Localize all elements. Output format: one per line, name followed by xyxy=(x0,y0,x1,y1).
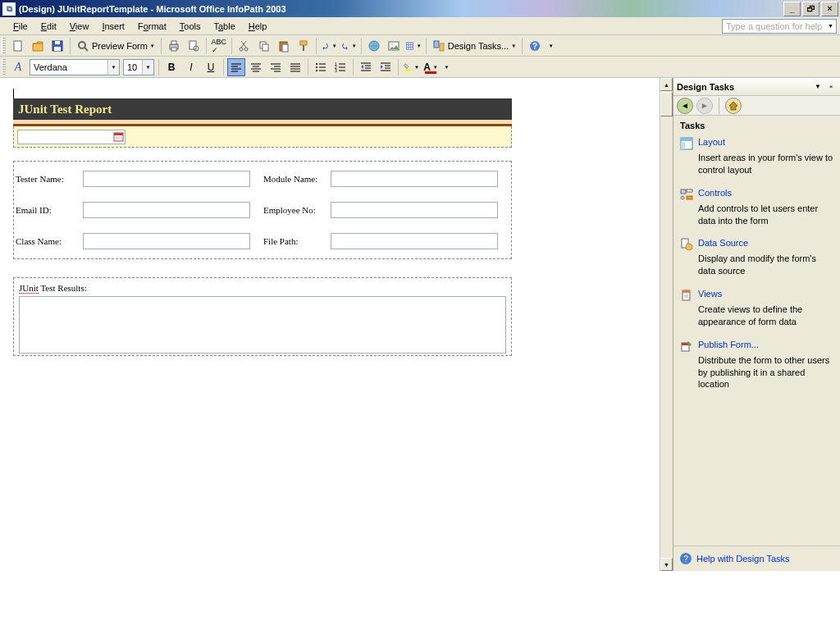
scroll-thumb[interactable] xyxy=(660,92,673,116)
toolbar-options-button[interactable]: ▼ xyxy=(441,58,450,76)
task-views-link[interactable]: Views xyxy=(698,289,722,302)
results-section[interactable]: JUnit Test Results: xyxy=(13,277,512,356)
date-picker-field[interactable] xyxy=(17,130,126,144)
insert-picture-button[interactable] xyxy=(385,37,403,55)
task-pane-menu-icon[interactable]: ▼ xyxy=(812,81,824,93)
standard-toolbar: Preview Form▼ ABC✓ ▼ ▼ ▼ Design Tasks...… xyxy=(0,35,840,57)
app-icon: ⧉ xyxy=(2,2,16,16)
class-name-field[interactable] xyxy=(83,233,250,249)
increase-indent-button[interactable] xyxy=(377,58,395,76)
nav-forward-button[interactable]: ► xyxy=(696,98,713,114)
scroll-down-icon[interactable]: ▼ xyxy=(660,558,673,571)
svg-rect-9 xyxy=(189,41,196,49)
form-design-canvas[interactable]: JUnit Test Report Tester Name: Module Na… xyxy=(0,78,660,571)
help-question-box[interactable]: Type a question for help ▼ xyxy=(722,19,837,34)
minimize-button[interactable]: _ xyxy=(783,2,801,16)
menu-tools[interactable]: Tools xyxy=(173,19,208,34)
tasks-section-heading: Tasks xyxy=(680,121,833,130)
module-name-label: Module Name: xyxy=(263,174,331,184)
formatting-toolbar: A Verdana▼ 10▼ B I U 123 ▼ A▼ ▼ xyxy=(0,57,840,78)
redo-button[interactable]: ▼ xyxy=(340,37,358,55)
tester-name-field[interactable] xyxy=(83,171,250,187)
toolbar-options-button[interactable]: ▼ xyxy=(546,37,554,55)
task-datasource-link[interactable]: Data Source xyxy=(698,238,748,251)
preview-form-button[interactable]: Preview Form▼ xyxy=(73,37,158,55)
svg-point-51 xyxy=(316,70,317,71)
font-color-button[interactable]: A▼ xyxy=(422,58,440,76)
insert-hyperlink-button[interactable] xyxy=(365,37,383,55)
copy-button[interactable] xyxy=(255,37,273,55)
tester-name-label: Tester Name: xyxy=(16,174,83,184)
menu-edit[interactable]: Edit xyxy=(34,19,63,34)
toolbar-grip[interactable] xyxy=(2,59,6,75)
save-button[interactable] xyxy=(48,37,66,55)
results-label: JUnit Test Results: xyxy=(19,283,506,293)
highlight-button[interactable]: ▼ xyxy=(402,58,420,76)
print-preview-button[interactable] xyxy=(185,37,203,55)
task-pane-title: Design Tasks xyxy=(677,82,810,92)
layout-icon xyxy=(680,137,693,150)
nav-home-button[interactable] xyxy=(725,98,742,114)
email-id-field[interactable] xyxy=(83,202,250,218)
bold-button[interactable]: B xyxy=(162,58,180,76)
align-justify-button[interactable] xyxy=(286,58,304,76)
task-controls-link[interactable]: Controls xyxy=(698,188,732,201)
menu-insert[interactable]: Insert xyxy=(95,19,131,34)
toolbar-grip[interactable] xyxy=(2,38,6,54)
cut-button[interactable] xyxy=(235,37,253,55)
field-grid[interactable]: Tester Name: Module Name: Email ID: Empl… xyxy=(13,161,512,259)
form-title-bar[interactable]: JUnit Test Report xyxy=(13,98,512,120)
align-right-button[interactable] xyxy=(267,58,285,76)
new-button[interactable] xyxy=(9,37,27,55)
menu-help[interactable]: Help xyxy=(242,19,274,34)
menu-file[interactable]: File xyxy=(7,19,34,34)
employee-no-field[interactable] xyxy=(331,202,498,218)
controls-icon xyxy=(680,188,693,201)
form-title: JUnit Test Report xyxy=(18,103,112,116)
menu-table[interactable]: Table xyxy=(207,19,241,34)
svg-point-11 xyxy=(240,48,243,51)
module-name-field[interactable] xyxy=(331,171,498,187)
help-link[interactable]: Help with Design Tasks xyxy=(696,554,790,564)
undo-button[interactable]: ▼ xyxy=(320,37,338,55)
spellcheck-button[interactable]: ABC✓ xyxy=(210,37,228,55)
print-button[interactable] xyxy=(165,37,183,55)
svg-rect-14 xyxy=(262,44,268,51)
task-layout-link[interactable]: Layout xyxy=(698,137,725,150)
restore-button[interactable]: 🗗 xyxy=(802,2,819,16)
menu-view[interactable]: View xyxy=(63,19,96,34)
underline-button[interactable]: U xyxy=(202,58,220,76)
font-size-combo[interactable]: 10▼ xyxy=(123,59,154,75)
task-publish-link[interactable]: Publish Form... xyxy=(698,340,759,353)
font-combo[interactable]: Verdana▼ xyxy=(30,59,120,75)
open-button[interactable] xyxy=(29,37,47,55)
design-tasks-button[interactable]: Design Tasks...▼ xyxy=(429,37,519,55)
svg-point-47 xyxy=(316,63,317,65)
font-dialog-button[interactable]: A xyxy=(9,58,27,76)
paste-button[interactable] xyxy=(275,37,293,55)
svg-rect-78 xyxy=(687,189,692,192)
numbering-button[interactable]: 123 xyxy=(331,58,349,76)
results-field[interactable] xyxy=(19,296,506,354)
decrease-indent-button[interactable] xyxy=(357,58,375,76)
menu-format[interactable]: Format xyxy=(131,19,173,34)
align-left-button[interactable] xyxy=(227,58,245,76)
task-item-views: Views Create views to define the appeara… xyxy=(680,289,833,328)
task-pane-close-icon[interactable]: × xyxy=(825,81,837,93)
svg-point-4 xyxy=(79,42,85,48)
italic-button[interactable]: I xyxy=(182,58,200,76)
align-center-button[interactable] xyxy=(247,58,265,76)
nav-back-button[interactable]: ◄ xyxy=(677,98,693,114)
vertical-scrollbar[interactable]: ▲ ▼ xyxy=(660,78,673,571)
bullets-button[interactable] xyxy=(312,58,330,76)
calendar-icon[interactable] xyxy=(112,130,125,144)
close-button[interactable]: × xyxy=(821,2,838,16)
format-painter-button[interactable] xyxy=(294,37,313,55)
date-area[interactable] xyxy=(13,126,512,148)
help-button[interactable]: ? xyxy=(526,37,544,55)
task-datasource-desc: Display and modify the form's data sourc… xyxy=(698,253,833,277)
task-publish-desc: Distribute the form to other users by pu… xyxy=(698,354,833,391)
file-path-field[interactable] xyxy=(331,233,498,249)
insert-table-button[interactable]: ▼ xyxy=(404,37,422,55)
scroll-up-icon[interactable]: ▲ xyxy=(660,78,673,91)
